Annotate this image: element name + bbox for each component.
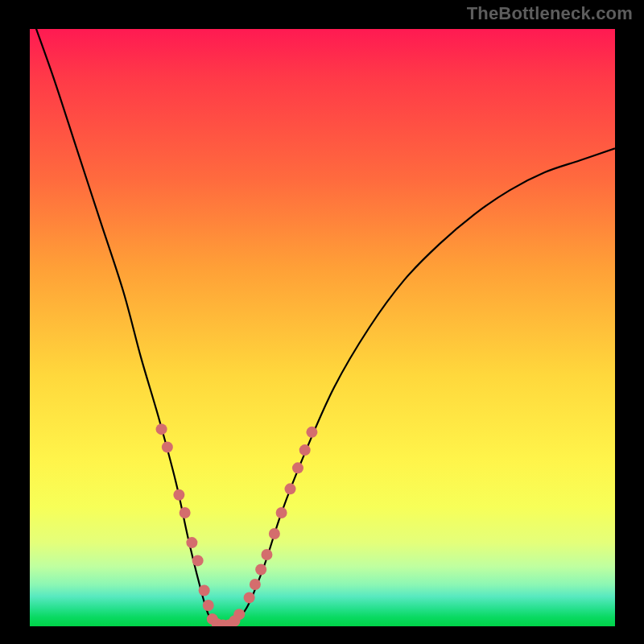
- highlight-dot: [306, 427, 317, 438]
- chart-overlay: [30, 29, 615, 626]
- highlight-dot: [285, 483, 296, 494]
- highlight-dot: [244, 592, 255, 603]
- highlight-dot: [250, 579, 261, 590]
- chart-stage: TheBottleneck.com: [0, 0, 644, 644]
- highlight-dot: [199, 584, 210, 596]
- highlight-dot: [269, 528, 280, 539]
- highlight-dot: [261, 549, 272, 560]
- highlight-dot: [276, 507, 287, 518]
- highlight-dot: [203, 600, 214, 611]
- highlight-dot: [162, 441, 173, 452]
- plot-area: [30, 29, 615, 626]
- highlight-dot: [180, 507, 191, 518]
- highlight-dot: [156, 423, 167, 435]
- watermark-text: TheBottleneck.com: [467, 3, 633, 24]
- highlight-dot: [186, 537, 197, 548]
- highlight-dot: [292, 462, 303, 473]
- highlight-dot: [299, 444, 311, 456]
- highlight-dot: [233, 609, 245, 620]
- highlight-dots-group: [156, 423, 318, 626]
- curve-line: [30, 29, 615, 626]
- highlight-dot: [255, 564, 266, 576]
- highlight-dot: [173, 489, 184, 501]
- highlight-dot: [192, 555, 204, 566]
